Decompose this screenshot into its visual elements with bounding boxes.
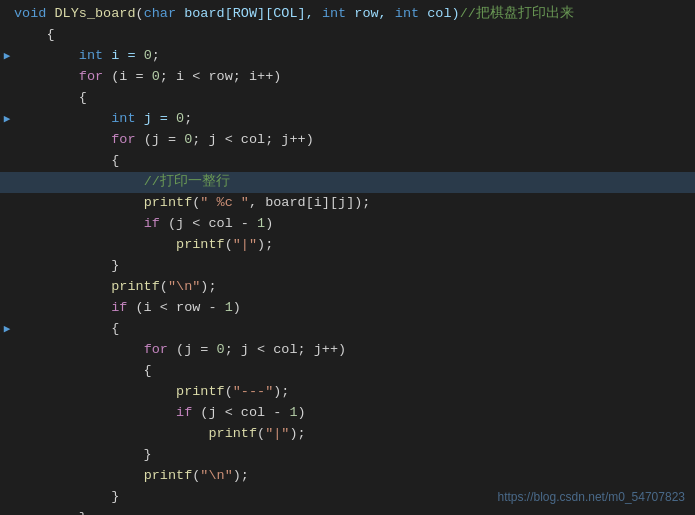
code-content: printf("|"); [14,424,687,445]
code-content: for (j = 0; j < col; j++) [14,130,687,151]
code-line: printf(" %c ", board[i][j]); [0,193,695,214]
code-content: { [14,361,687,382]
code-line: ▶ int i = 0; [0,46,695,67]
code-content: void DLYs_board(char board[ROW][COL], in… [14,4,687,25]
code-content: int j = 0; [14,109,687,130]
code-line: if (j < col - 1) [0,214,695,235]
code-line: { [0,361,695,382]
code-content: { [14,88,687,109]
code-content: } [14,256,687,277]
code-content: if (j < col - 1) [14,403,687,424]
code-content: printf("---"); [14,382,687,403]
gutter-arrow: ▶ [0,111,14,128]
code-line: ▶ { [0,319,695,340]
code-content: int i = 0; [14,46,687,67]
code-content: for (i = 0; i < row; i++) [14,67,687,88]
code-line: if (j < col - 1) [0,403,695,424]
code-line: for (j = 0; j < col; j++) [0,340,695,361]
code-content: } [14,508,687,515]
gutter-arrow: ▶ [0,48,14,65]
code-line: } [0,487,695,508]
code-line: for (j = 0; j < col; j++) [0,130,695,151]
code-line: if (i < row - 1) [0,298,695,319]
code-content: if (i < row - 1) [14,298,687,319]
code-line: printf("|"); [0,235,695,256]
code-line: } [0,445,695,466]
code-line: ▶ int j = 0; [0,109,695,130]
code-line: //打印一整行 [0,172,695,193]
code-line: printf("---"); [0,382,695,403]
code-content: { [14,319,687,340]
code-line: for (i = 0; i < row; i++) [0,67,695,88]
code-line: void DLYs_board(char board[ROW][COL], in… [0,4,695,25]
code-content: if (j < col - 1) [14,214,687,235]
code-line: } [0,256,695,277]
gutter-arrow: ▶ [0,321,14,338]
code-line: printf("\n"); [0,277,695,298]
code-editor: void DLYs_board(char board[ROW][COL], in… [0,0,695,515]
code-line: { [0,88,695,109]
code-content: for (j = 0; j < col; j++) [14,340,687,361]
code-line: printf("|"); [0,424,695,445]
code-line: { [0,151,695,172]
code-content: { [14,25,687,46]
code-content: //打印一整行 [14,172,687,193]
code-content: printf("\n"); [14,277,687,298]
code-content: } [14,487,687,508]
code-content: printf("|"); [14,235,687,256]
code-content: { [14,151,687,172]
code-content: printf("\n"); [14,466,687,487]
code-content: printf(" %c ", board[i][j]); [14,193,687,214]
code-content: } [14,445,687,466]
code-line: } [0,508,695,515]
code-line: printf("\n"); [0,466,695,487]
code-line: { [0,25,695,46]
